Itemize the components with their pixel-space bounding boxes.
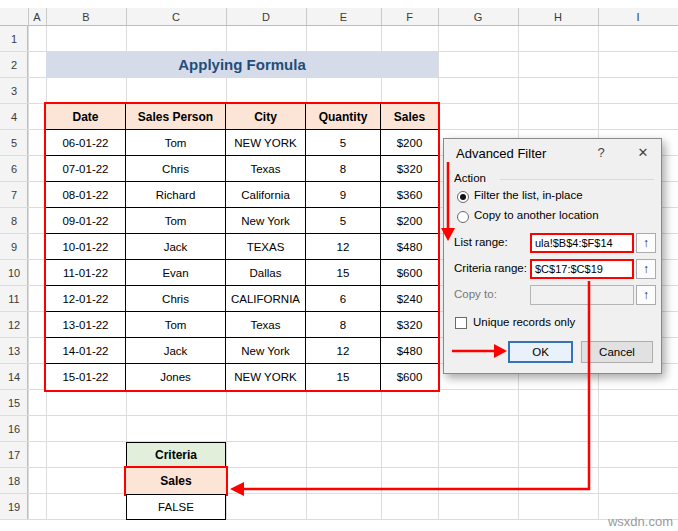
table-cell[interactable]: 09-01-22 (46, 208, 126, 234)
table-cell[interactable]: Evan (126, 260, 226, 286)
row-header-17[interactable]: 17 (0, 442, 28, 468)
table-cell[interactable]: TEXAS (226, 234, 306, 260)
table-cell[interactable]: Chris (126, 286, 226, 312)
col-header-B[interactable]: B (46, 8, 126, 26)
table-cell[interactable]: NEW YORK (226, 130, 306, 156)
row-header-6[interactable]: 6 (0, 156, 28, 182)
table-cell[interactable]: 8 (306, 312, 381, 338)
row-header-15[interactable]: 15 (0, 390, 28, 416)
filter-in-place-label[interactable]: Filter the list, in-place (474, 189, 583, 201)
row-header-11[interactable]: 11 (0, 286, 28, 312)
copy-to-input[interactable] (530, 285, 634, 305)
table-cell[interactable]: Tom (126, 130, 226, 156)
ok-button[interactable]: OK (508, 341, 573, 363)
table-cell[interactable]: NEW YORK (226, 364, 306, 390)
row-header-5[interactable]: 5 (0, 130, 28, 156)
table-cell[interactable]: $360 (381, 182, 438, 208)
table-cell[interactable]: New York (226, 338, 306, 364)
table-cell[interactable]: Jack (126, 338, 226, 364)
row-header-2[interactable]: 2 (0, 52, 28, 78)
criteria-value-cell[interactable]: FALSE (126, 494, 226, 520)
table-cell[interactable]: 13-01-22 (46, 312, 126, 338)
table-cell[interactable]: California (226, 182, 306, 208)
row-header-9[interactable]: 9 (0, 234, 28, 260)
criteria-header-cell[interactable]: Sales (124, 466, 228, 496)
criteria-range-picker-button[interactable]: ↑ (636, 259, 656, 279)
row-header-7[interactable]: 7 (0, 182, 28, 208)
table-cell[interactable]: Texas (226, 312, 306, 338)
table-cell[interactable]: 08-01-22 (46, 182, 126, 208)
table-cell[interactable]: $240 (381, 286, 438, 312)
list-range-input[interactable]: ula!$B$4:$F$14 (530, 233, 634, 253)
col-header-C[interactable]: C (126, 8, 226, 26)
row-header-4[interactable]: 4 (0, 104, 28, 130)
criteria-title-cell[interactable]: Criteria (126, 442, 226, 468)
copy-to-location-label[interactable]: Copy to another location (474, 209, 599, 221)
row-header-13[interactable]: 13 (0, 338, 28, 364)
table-cell[interactable]: 6 (306, 286, 381, 312)
col-header-I[interactable]: I (598, 8, 678, 26)
table-cell[interactable]: Texas (226, 156, 306, 182)
table-header-cell[interactable]: City (226, 104, 306, 130)
table-cell[interactable]: $200 (381, 208, 438, 234)
unique-records-checkbox[interactable] (455, 317, 467, 329)
col-header-G[interactable]: G (438, 8, 518, 26)
row-header-19[interactable]: 19 (0, 494, 28, 520)
table-cell[interactable]: 06-01-22 (46, 130, 126, 156)
row-header-3[interactable]: 3 (0, 78, 28, 104)
table-cell[interactable]: 15 (306, 364, 381, 390)
copy-to-picker-button[interactable]: ↑ (636, 285, 656, 305)
table-header-cell[interactable]: Date (46, 104, 126, 130)
table-cell[interactable]: Tom (126, 312, 226, 338)
criteria-range-input[interactable]: $C$17:$C$19 (530, 259, 634, 279)
table-cell[interactable]: $480 (381, 234, 438, 260)
table-cell[interactable]: $200 (381, 130, 438, 156)
table-cell[interactable]: $600 (381, 364, 438, 390)
table-cell[interactable]: New York (226, 208, 306, 234)
row-header-16[interactable]: 16 (0, 416, 28, 442)
help-icon[interactable]: ? (592, 144, 610, 162)
table-cell[interactable]: 5 (306, 130, 381, 156)
row-header-8[interactable]: 8 (0, 208, 28, 234)
row-header-1[interactable]: 1 (0, 26, 28, 52)
col-header-H[interactable]: H (518, 8, 598, 26)
table-cell[interactable]: $320 (381, 156, 438, 182)
sheet-title[interactable]: Applying Formula (46, 52, 438, 78)
table-header-cell[interactable]: Quantity (306, 104, 381, 130)
table-cell[interactable]: Jack (126, 234, 226, 260)
table-cell[interactable]: 12 (306, 338, 381, 364)
table-cell[interactable]: 12 (306, 234, 381, 260)
row-header-12[interactable]: 12 (0, 312, 28, 338)
table-header-cell[interactable]: Sales (381, 104, 438, 130)
table-cell[interactable]: 07-01-22 (46, 156, 126, 182)
close-icon[interactable]: ✕ (634, 144, 652, 162)
cancel-button[interactable]: Cancel (581, 341, 653, 363)
unique-records-label[interactable]: Unique records only (473, 316, 575, 328)
table-cell[interactable]: 15 (306, 260, 381, 286)
col-header-A[interactable]: A (28, 8, 46, 26)
table-cell[interactable]: Dallas (226, 260, 306, 286)
row-header-18[interactable]: 18 (0, 468, 28, 494)
table-cell[interactable]: 14-01-22 (46, 338, 126, 364)
col-header-F[interactable]: F (381, 8, 438, 26)
table-cell[interactable]: Tom (126, 208, 226, 234)
col-header-E[interactable]: E (306, 8, 381, 26)
table-cell[interactable]: Jones (126, 364, 226, 390)
table-cell[interactable]: 12-01-22 (46, 286, 126, 312)
row-header-14[interactable]: 14 (0, 364, 28, 390)
table-cell[interactable]: 8 (306, 156, 381, 182)
table-cell[interactable]: 9 (306, 182, 381, 208)
table-cell[interactable]: $480 (381, 338, 438, 364)
table-cell[interactable]: 5 (306, 208, 381, 234)
table-cell[interactable]: $600 (381, 260, 438, 286)
table-cell[interactable]: Chris (126, 156, 226, 182)
filter-in-place-radio[interactable] (457, 191, 469, 203)
table-cell[interactable]: 10-01-22 (46, 234, 126, 260)
row-header-10[interactable]: 10 (0, 260, 28, 286)
col-header-D[interactable]: D (226, 8, 306, 26)
table-header-cell[interactable]: Sales Person (126, 104, 226, 130)
table-cell[interactable]: Richard (126, 182, 226, 208)
list-range-picker-button[interactable]: ↑ (636, 233, 656, 253)
table-cell[interactable]: CALIFORNIA (226, 286, 306, 312)
table-cell[interactable]: $320 (381, 312, 438, 338)
